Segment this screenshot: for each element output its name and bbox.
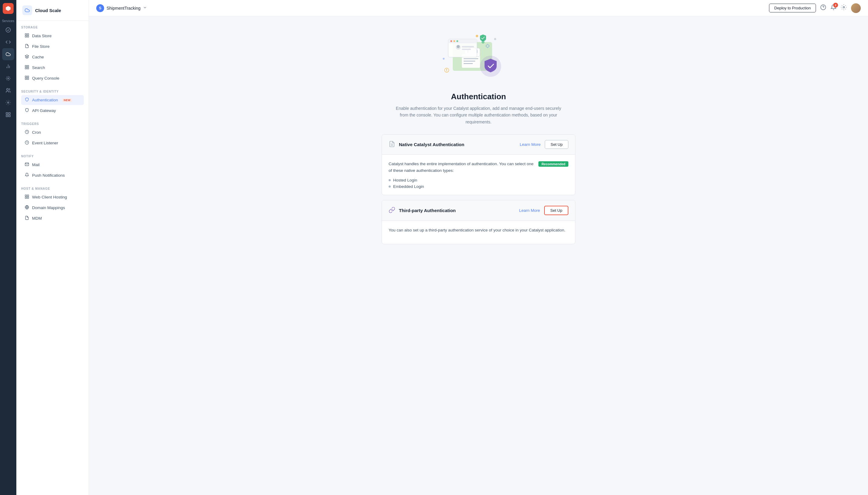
native-auth-card-body: Catalyst handles the entire implementati… (382, 155, 575, 195)
settings-icon[interactable] (841, 4, 847, 12)
sidebar-item-web-client-hosting[interactable]: Web Client Hosting (21, 192, 84, 202)
native-auth-card: Native Catalyst Authentication Learn Mor… (382, 134, 575, 195)
sidebar-item-authentication[interactable]: Authentication NEW (21, 95, 84, 105)
svg-point-55 (446, 71, 447, 72)
sidebar-item-label: File Store (32, 44, 50, 49)
rail-item-analytics[interactable] (2, 60, 14, 72)
native-auth-title: Native Catalyst Authentication (399, 142, 464, 147)
svg-point-51 (494, 38, 496, 40)
native-setup-button[interactable]: Set Up (545, 140, 568, 149)
native-learn-more-link[interactable]: Learn More (520, 142, 541, 147)
svg-rect-24 (25, 195, 27, 197)
svg-rect-47 (462, 46, 474, 48)
svg-rect-41 (448, 39, 477, 43)
svg-rect-14 (27, 65, 29, 67)
native-card-body-top: Catalyst handles the entire implementati… (389, 161, 568, 189)
svg-rect-5 (9, 113, 10, 114)
notifications-wrap[interactable]: 2 (831, 4, 836, 12)
svg-rect-19 (25, 78, 27, 80)
sidebar-item-label: Event Listener (32, 141, 58, 145)
svg-rect-20 (27, 78, 29, 80)
svg-rect-16 (27, 67, 29, 69)
native-auth-title-wrap: Native Catalyst Authentication (389, 141, 464, 149)
third-party-auth-title: Third-party Authentication (399, 208, 456, 213)
sidebar-item-cache[interactable]: Cache (21, 52, 84, 62)
cache-icon (25, 54, 29, 59)
sidebar-item-data-store[interactable]: Data Store (21, 31, 84, 41)
svg-point-1 (8, 78, 9, 79)
sidebar-item-search[interactable]: Search (21, 63, 84, 73)
svg-rect-25 (27, 195, 29, 197)
sidebar-item-event-listener[interactable]: Event Listener (21, 138, 84, 148)
topbar: S ShipmentTracking Deploy to Production … (89, 0, 868, 16)
third-party-setup-button[interactable]: Set Up (544, 206, 568, 215)
svg-point-44 (456, 40, 458, 42)
web-client-hosting-icon (25, 194, 29, 200)
sidebar-item-file-store[interactable]: File Store (21, 41, 84, 51)
page-title: Authentication (451, 92, 506, 101)
svg-rect-18 (27, 76, 29, 78)
rail-item-apps[interactable] (2, 109, 14, 121)
rail-item-settings[interactable] (2, 97, 14, 109)
svg-point-32 (843, 7, 845, 8)
data-store-icon (25, 33, 29, 38)
sidebar-item-cron[interactable]: Cron (21, 127, 84, 137)
mdm-icon (25, 216, 29, 221)
svg-point-2 (7, 88, 8, 90)
deploy-button[interactable]: Deploy to Production (769, 4, 816, 12)
rail-item-code[interactable] (2, 36, 14, 48)
sidebar-item-mail[interactable]: Mail (21, 160, 84, 170)
rail-item-api[interactable] (2, 72, 14, 84)
sidebar-title: Cloud Scale (35, 8, 61, 13)
recommended-badge: Recommended (539, 161, 568, 167)
svg-point-49 (476, 35, 478, 37)
native-card-body-text: Catalyst handles the entire implementati… (389, 161, 533, 189)
sidebar-section-security: SECURITY & IDENTITY Authentication NEW A… (16, 85, 89, 117)
app-avatar: S (96, 4, 104, 12)
app-dropdown-icon[interactable] (143, 5, 147, 11)
sidebar-item-label: Web Client Hosting (32, 195, 67, 199)
rail-item-cloud[interactable] (2, 48, 14, 60)
rail-services-group: Services (0, 18, 16, 121)
sidebar-item-domain-mappings[interactable]: Domain Mappings (21, 203, 84, 213)
app-logo[interactable] (3, 3, 14, 14)
rail-item-services[interactable]: Services (0, 18, 16, 24)
sidebar-section-host-manage: HOST & MANAGE Web Client Hosting Domain … (16, 182, 89, 225)
sidebar-item-label: Push Notifications (32, 173, 65, 177)
third-party-auth-actions: Learn More Set Up (519, 206, 568, 215)
auth-list-item: Embedded Login (389, 184, 533, 189)
native-auth-desc: Catalyst handles the entire implementati… (389, 161, 533, 174)
api-gateway-icon (25, 108, 29, 113)
sidebar-item-label: Search (32, 65, 45, 70)
svg-point-46 (457, 45, 460, 48)
third-party-learn-more-link[interactable]: Learn More (519, 208, 540, 213)
sidebar-item-label: Query Console (32, 76, 59, 81)
rail-item-users[interactable] (2, 84, 14, 97)
svg-point-0 (6, 28, 11, 32)
svg-point-3 (7, 102, 9, 103)
third-party-auth-desc: You can also set up a third-party authen… (389, 227, 568, 234)
svg-point-42 (450, 40, 452, 42)
svg-point-43 (453, 40, 455, 42)
sidebar-item-query-console[interactable]: Query Console (21, 73, 84, 83)
help-icon[interactable] (820, 4, 826, 12)
section-label-notify: NOTIFY (21, 155, 84, 158)
third-party-auth-card: Third-party Authentication Learn More Se… (382, 200, 575, 244)
sidebar-item-mdm[interactable]: MDM (21, 213, 84, 223)
svg-rect-13 (25, 65, 27, 67)
user-avatar[interactable] (851, 3, 861, 13)
svg-rect-15 (25, 67, 27, 69)
sidebar-item-api-gateway[interactable]: API Gateway (21, 106, 84, 116)
authentication-icon (25, 98, 29, 103)
sidebar-section-triggers: TRIGGERS Cron Event Listener (16, 117, 89, 150)
section-label-security: SECURITY & IDENTITY (21, 90, 84, 93)
rail-item-home[interactable] (2, 24, 14, 36)
topbar-right: Deploy to Production 2 (769, 3, 861, 13)
svg-rect-27 (27, 197, 29, 199)
native-auth-icon (389, 141, 395, 149)
svg-rect-26 (25, 197, 27, 199)
sidebar-item-label: Domain Mappings (32, 205, 65, 210)
sidebar-item-push-notifications[interactable]: Push Notifications (21, 170, 84, 180)
section-label-host-manage: HOST & MANAGE (21, 187, 84, 190)
page-subtitle: Enable authentication for your Catalyst … (394, 105, 563, 125)
